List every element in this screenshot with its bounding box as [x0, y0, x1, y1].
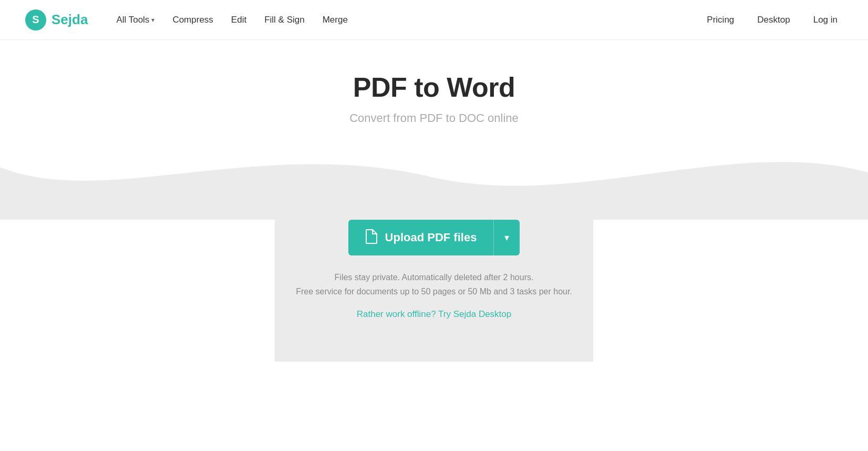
- header-right: Pricing Desktop Log in: [701, 11, 843, 29]
- nav-pricing[interactable]: Pricing: [701, 11, 739, 29]
- hero-section: PDF to Word Convert from PDF to DOC onli…: [0, 40, 868, 125]
- nav-edit[interactable]: Edit: [224, 11, 254, 29]
- logo[interactable]: S Sejda: [25, 9, 88, 30]
- header: S Sejda All Tools ▾ Compress Edit Fill &…: [0, 0, 868, 40]
- nav-all-tools[interactable]: All Tools ▾: [109, 11, 162, 29]
- pdf-file-icon: [365, 229, 378, 246]
- header-left: S Sejda All Tools ▾ Compress Edit Fill &…: [25, 9, 355, 30]
- offline-link[interactable]: Rather work offline? Try Sejda Desktop: [357, 309, 512, 320]
- upload-pdf-button[interactable]: Upload PDF files ▾: [348, 220, 520, 255]
- logo-text: Sejda: [51, 12, 88, 28]
- upload-btn-container: Upload PDF files ▾: [348, 220, 520, 255]
- nav-merge[interactable]: Merge: [315, 11, 355, 29]
- nav-desktop[interactable]: Desktop: [752, 11, 795, 29]
- nav-login[interactable]: Log in: [808, 11, 843, 29]
- nav-fill-sign[interactable]: Fill & Sign: [257, 11, 312, 29]
- nav-compress[interactable]: Compress: [165, 11, 220, 29]
- chevron-down-icon: ▾: [504, 232, 509, 243]
- page-subtitle: Convert from PDF to DOC online: [349, 111, 519, 125]
- main-nav: All Tools ▾ Compress Edit Fill & Sign Me…: [109, 11, 355, 29]
- upload-dropdown-toggle[interactable]: ▾: [494, 222, 520, 253]
- chevron-down-icon: ▾: [151, 16, 154, 24]
- upload-btn-main: Upload PDF files: [348, 220, 494, 255]
- info-text: Files stay private. Automatically delete…: [296, 270, 572, 299]
- main-content: PDF to Word Convert from PDF to DOC onli…: [0, 40, 868, 362]
- content-area: Upload PDF files ▾ Files stay private. A…: [275, 220, 593, 362]
- wave-section: [0, 125, 868, 220]
- wave-graphic: [0, 125, 868, 220]
- page-title: PDF to Word: [353, 71, 515, 103]
- logo-icon: S: [25, 9, 46, 30]
